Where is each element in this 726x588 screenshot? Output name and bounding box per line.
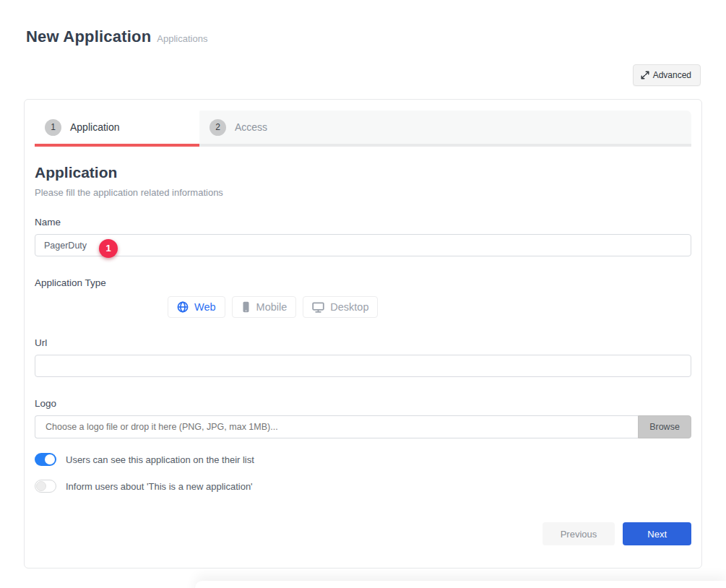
advanced-button-label: Advanced [653,70,691,80]
breadcrumb[interactable]: Applications [157,33,207,44]
tab-application-label: Application [70,121,120,133]
globe-icon [177,301,189,313]
wizard-card: 1 Application 2 Access Application Pleas… [24,99,702,568]
name-input[interactable] [35,234,691,256]
expand-arrows-icon [641,71,649,79]
type-option-mobile[interactable]: Mobile [232,296,297,318]
tabbar-rest: 2 Access [199,111,691,147]
logo-file-input[interactable] [35,415,638,438]
url-input[interactable] [35,355,691,377]
logo-file-group: Browse [35,415,691,438]
type-option-web[interactable]: Web [168,296,225,318]
type-option-desktop[interactable]: Desktop [303,296,378,318]
toggle-row-visibility: Users can see this application on the th… [35,453,691,466]
visibility-toggle-label: Users can see this application on the th… [66,454,254,465]
new-application-page: New Application Applications Advanced 1 … [0,0,726,588]
wizard-tabbar: 1 Application 2 Access [35,111,691,147]
page-title: New Application [26,27,151,46]
annotation-badge-1: 1 [99,239,118,258]
name-field-row: 1 [35,234,691,256]
toggle-knob [45,454,55,464]
desktop-icon [312,302,324,313]
section-title: Application [35,164,691,181]
bottom-sheet-edge [195,581,726,588]
logo-label: Logo [35,398,691,409]
mobile-icon [241,301,251,313]
url-label: Url [35,337,691,348]
type-option-web-label: Web [194,301,216,313]
tab-access-label: Access [235,121,267,133]
previous-button[interactable]: Previous [543,522,615,545]
type-option-mobile-label: Mobile [256,301,288,313]
tab-application[interactable]: 1 Application [35,111,199,147]
toggle-knob [36,481,46,491]
advanced-button[interactable]: Advanced [633,64,701,86]
inform-toggle-label: Inform users about 'This is a new applic… [66,481,253,492]
browse-button[interactable]: Browse [638,415,691,438]
tab-access-number: 2 [209,119,226,136]
form-actions: Previous Next [543,522,691,545]
visibility-toggle[interactable] [35,453,56,466]
type-option-desktop-label: Desktop [330,301,368,313]
tab-application-number: 1 [45,119,61,136]
inform-toggle[interactable] [35,480,56,493]
section-subtitle: Please fill the application related info… [35,187,691,198]
name-label: Name [35,217,691,228]
next-button[interactable]: Next [623,522,691,545]
toggle-row-inform: Inform users about 'This is a new applic… [35,480,691,493]
tab-access[interactable]: 2 Access [199,111,277,144]
application-type-group: Web Mobile [168,296,691,318]
page-header: New Application Applications [26,27,207,46]
application-type-label: Application Type [35,277,691,288]
